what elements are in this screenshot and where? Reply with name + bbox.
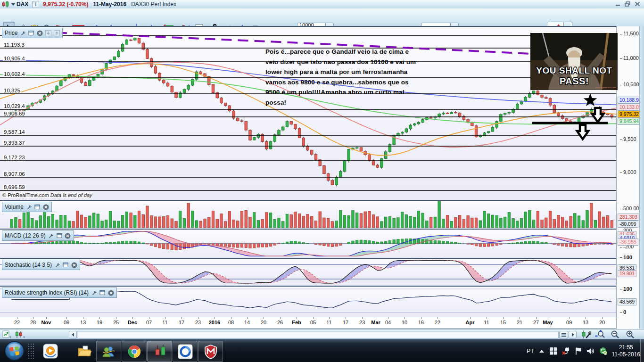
time-axis-tick <box>83 317 83 319</box>
wrench-icon <box>54 262 60 268</box>
menu-lines-icon <box>561 333 566 337</box>
windows-update-tray-icon[interactable] <box>549 347 557 355</box>
close-icon <box>43 204 49 210</box>
title-bar: DAX i 9,975.32 (-0.70%) 11-May-2016 DAX3… <box>0 0 644 9</box>
current-value-badge: 48.569 <box>618 298 636 305</box>
rsi-close-button[interactable] <box>107 289 114 296</box>
hidden-icons-arrow[interactable] <box>539 349 545 353</box>
time-axis-tick <box>520 317 520 319</box>
time-axis-tick <box>165 317 165 319</box>
time-axis-label: 07 <box>141 320 157 325</box>
macd-window-button[interactable] <box>56 232 63 239</box>
stochastic-window-button[interactable] <box>62 262 69 268</box>
start-button[interactable] <box>4 340 25 362</box>
taskbar-item-chrome[interactable] <box>122 341 147 362</box>
meme-text-line2: PASS! <box>560 76 589 86</box>
zoom-pan-icon[interactable] <box>595 330 606 339</box>
scroll-left-button[interactable] <box>69 331 77 338</box>
current-value-badge: 9,975.32 <box>618 111 641 118</box>
minimize-button[interactable] <box>615 1 620 7</box>
price-close-button[interactable] <box>36 30 43 36</box>
quote-date: 11-May-2016 <box>93 1 126 8</box>
price-axis-right: 11,50011,00010,5009,5009,00010,188.9810,… <box>616 26 640 329</box>
time-axis-tick <box>99 317 100 319</box>
time-axis-label: Nov <box>38 320 54 325</box>
pane-separator[interactable] <box>0 200 616 201</box>
time-axis-tick <box>362 317 363 319</box>
export-chart-icon[interactable] <box>2 330 12 338</box>
volume-tray-icon[interactable] <box>586 347 594 355</box>
time-axis-label: 11 <box>479 320 495 325</box>
macd-chart-canvas[interactable] <box>0 229 616 258</box>
price-move-up-button[interactable] <box>53 30 60 36</box>
time-axis-tick <box>536 317 537 319</box>
close-button[interactable] <box>635 1 640 7</box>
scroll-right-button[interactable] <box>569 331 577 338</box>
symbol-name[interactable]: DAX <box>17 1 28 8</box>
rsi-window-button[interactable] <box>99 289 106 296</box>
taskbar-item-blue-app[interactable] <box>173 341 198 362</box>
chart-text-annotation[interactable]: Pois é...parece que o Gandalf veio la de… <box>265 47 463 107</box>
pane-separator[interactable] <box>0 258 616 259</box>
time-axis-label: 26 <box>272 320 288 325</box>
time-axis-tick <box>405 317 405 319</box>
macd-pane-header: MACD (12 26 9) <box>2 230 74 241</box>
annotation-line: Pois é...parece que o Gandalf veio la de… <box>265 47 463 57</box>
messenger-icon <box>101 345 116 359</box>
candle-settings-icon[interactable] <box>15 330 25 338</box>
price-window-button[interactable] <box>28 30 34 36</box>
time-axis-tick <box>33 317 33 319</box>
symbol-dropdown-caret[interactable] <box>11 3 15 6</box>
time-axis-tick <box>346 317 346 319</box>
annotation-line: lower high para a malta por um ferros!am… <box>265 67 463 77</box>
price-move-down-button[interactable] <box>45 30 51 36</box>
taskbar-item-media-player[interactable] <box>40 341 61 361</box>
macd-settings-button[interactable] <box>48 232 54 239</box>
time-axis-tick <box>569 317 570 319</box>
prorealtime-window: DAX i 9,975.32 (-0.70%) 11-May-2016 DAX3… <box>0 0 644 362</box>
stochastic-pane-header: Stochastic (14 3 5) <box>2 260 80 270</box>
time-axis-tick <box>215 317 215 319</box>
sync-tray-icon[interactable] <box>599 347 607 355</box>
scrollbar-menu-button[interactable] <box>559 331 568 338</box>
taskbar-item-explorer[interactable] <box>74 341 95 361</box>
volume-close-button[interactable] <box>42 204 49 210</box>
chart-scrollbar[interactable] <box>77 331 559 338</box>
taskbar-clock[interactable]: 21:55 11-05-2016 <box>612 344 641 358</box>
macd-close-button[interactable] <box>65 232 71 239</box>
rsi-settings-button[interactable] <box>91 289 97 296</box>
zoom-out-icon[interactable] <box>610 330 620 339</box>
time-axis-tick <box>297 317 297 319</box>
price-settings-button[interactable] <box>19 30 26 36</box>
info-button[interactable]: i <box>32 1 39 8</box>
axis-tick-label: 11,500 <box>620 31 639 36</box>
taskbar-item-mcafee[interactable] <box>198 341 223 362</box>
time-axis-label: 14 <box>239 320 255 325</box>
volume-window-button[interactable] <box>34 204 41 210</box>
show-desktop-button[interactable] <box>640 339 644 362</box>
prorealtime-candles-icon <box>152 344 168 360</box>
pane-separator[interactable] <box>0 229 616 230</box>
volume-settings-button[interactable] <box>25 204 32 210</box>
stochastic-chart-canvas[interactable] <box>0 258 616 286</box>
chart-display-settings-icon[interactable] <box>581 330 591 339</box>
current-value-badge: 9,845.94 <box>618 118 641 125</box>
time-axis-tick <box>421 317 421 319</box>
taskbar-item-prorealtime[interactable] <box>147 341 172 362</box>
stochastic-settings-button[interactable] <box>54 262 60 268</box>
volume-chart-canvas[interactable] <box>0 200 616 229</box>
action-center-flag-icon[interactable] <box>575 347 582 355</box>
stochastic-close-button[interactable] <box>71 262 77 268</box>
window-icon <box>63 262 68 268</box>
time-axis-label: 13 <box>578 320 594 325</box>
network-disconnected-tray-icon[interactable] <box>562 347 570 355</box>
pane-separator[interactable] <box>0 286 616 287</box>
time-axis-label: 15 <box>495 320 511 325</box>
time-axis-tick <box>66 317 67 319</box>
zoom-in-icon[interactable] <box>625 330 636 339</box>
restore-button[interactable] <box>625 1 630 7</box>
language-indicator[interactable]: PT <box>527 348 534 354</box>
taskbar-item-messenger[interactable] <box>96 341 121 362</box>
time-axis-tick <box>182 317 182 319</box>
time-axis-label: Dec <box>124 320 140 325</box>
